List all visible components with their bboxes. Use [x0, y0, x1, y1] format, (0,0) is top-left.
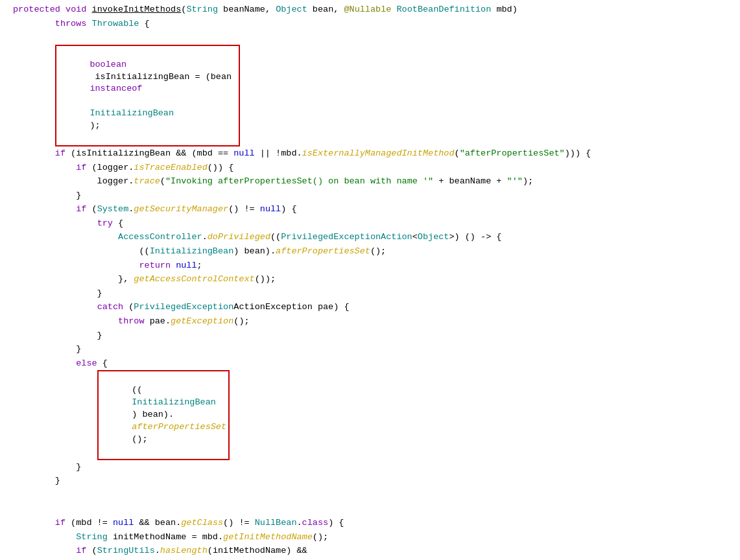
- code-line-empty2: [13, 488, 740, 502]
- code-line-close4: }: [13, 329, 740, 343]
- code-line-else: else {: [13, 356, 740, 371]
- highlight-box-1: boolean isInitializingBean = (bean insta…: [55, 45, 240, 146]
- code-line-close6: }: [13, 460, 740, 474]
- code-line-catch: catch ( PrivilegedException ActionExcept…: [13, 300, 740, 314]
- code-line-close7: }: [13, 474, 740, 488]
- code-line-cast2: (( InitializingBean ) bean). afterProper…: [13, 370, 740, 460]
- code-line-return: return null ;: [13, 259, 740, 273]
- code-line-close5: }: [13, 342, 740, 356]
- highlight-box-2: (( InitializingBean ) bean). afterProper…: [97, 370, 230, 460]
- code-line-trace: logger. trace ( "Invoking afterPropertie…: [13, 174, 740, 189]
- token-void: void: [66, 3, 86, 17]
- token-invokeInitMethods: invokeInitMethods: [92, 3, 182, 17]
- code-line-if5: if ( StringUtils . hasLength (initMethod…: [13, 544, 740, 558]
- code-line-empty3: [13, 502, 740, 516]
- code-line-2: throws Throwable {: [13, 17, 740, 31]
- code-line-close2: }, getAccessControlContext ());: [13, 272, 740, 286]
- code-line-close1: }: [13, 189, 740, 203]
- code-line-if1: if (isInitializingBean && (mbd == null |…: [13, 146, 740, 161]
- code-line-empty1: [13, 30, 740, 45]
- code-container: protected void invokeInitMethods ( Strin…: [0, 0, 740, 560]
- code-line-close3: }: [13, 286, 740, 301]
- code-line-boolean: boolean isInitializingBean = (bean insta…: [13, 45, 740, 146]
- code-line-if3: if ( System . getSecurityManager () != n…: [13, 202, 740, 216]
- code-line-1: protected void invokeInitMethods ( Strin…: [13, 3, 740, 17]
- code-line-cast1: (( InitializingBean ) bean). afterProper…: [13, 244, 740, 259]
- code-line-if4: if (mbd != null && bean. getClass () != …: [13, 516, 740, 530]
- code-line-try: try {: [13, 216, 740, 231]
- token-protected: protected: [13, 3, 60, 17]
- code-line-if2: if (logger. isTraceEnabled ()) {: [13, 161, 740, 175]
- code-line-access: AccessController . doPrivileged (( Privi…: [13, 230, 740, 244]
- code-line-throw: throw pae. getException ();: [13, 314, 740, 329]
- code-line-string: String initMethodName = mbd. getInitMeth…: [13, 530, 740, 544]
